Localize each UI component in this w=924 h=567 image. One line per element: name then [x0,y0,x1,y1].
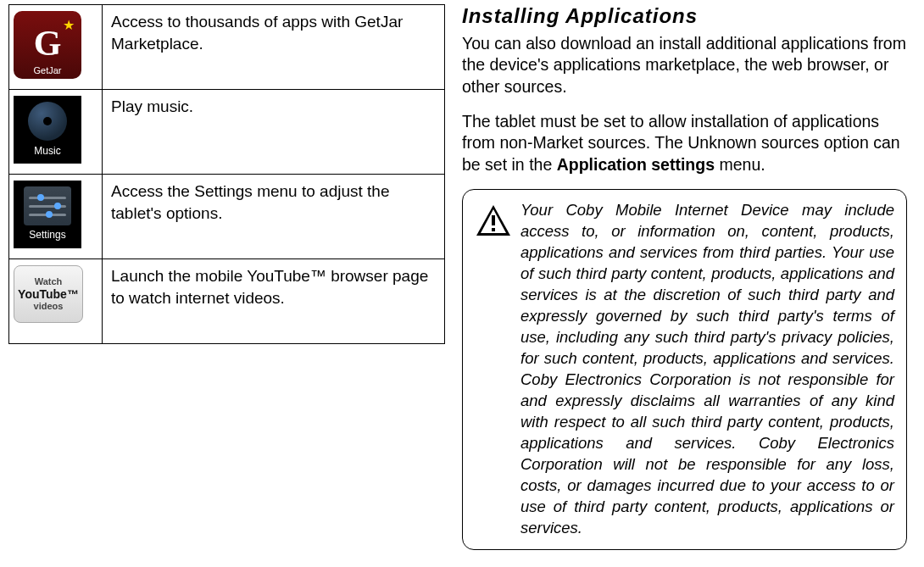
icon-label: Music [34,144,60,158]
warning-icon [475,203,512,237]
table-row: ★ G GetJar Access to thousands of apps w… [9,5,445,90]
icon-label: GetJar [14,64,81,77]
app-desc: Launch the mobile YouTube™ browser page … [103,259,445,344]
app-icon-cell: Watch YouTube™ videos [9,259,103,344]
music-icon: Music [14,96,81,164]
section-title: Installing Applications [462,4,907,28]
table-row: Watch YouTube™ videos Launch the mobile … [9,259,445,344]
table-row: Music Play music. [9,90,445,175]
app-desc: Play music. [103,90,445,175]
right-column: Installing Applications You can also dow… [462,4,916,563]
settings-icon: Settings [14,181,81,248]
paragraph: You can also download an install additio… [462,33,907,97]
callout-text: Your Coby Mobile Internet Device may inc… [520,200,894,539]
sliders-icon [24,186,71,225]
icon-label: Settings [29,228,65,242]
app-icon-cell: Music [9,90,103,175]
app-desc: Access the Settings menu to adjust the t… [103,175,445,259]
getjar-icon: ★ G GetJar [14,11,81,79]
star-icon: ★ [63,16,75,35]
paragraph: The tablet must be set to allow installa… [462,111,907,175]
warning-callout: Your Coby Mobile Internet Device may inc… [462,189,907,550]
disc-icon [28,102,67,141]
app-icon-cell: ★ G GetJar [9,5,103,90]
left-column: ★ G GetJar Access to thousands of apps w… [8,4,445,563]
svg-rect-2 [492,215,495,225]
app-desc: Access to thousands of apps with GetJar … [103,5,445,90]
app-table: ★ G GetJar Access to thousands of apps w… [8,4,445,344]
table-row: Settings Access the Settings menu to adj… [9,175,445,259]
youtube-icon: Watch YouTube™ videos [14,265,83,323]
app-icon-cell: Settings [9,175,103,259]
svg-rect-3 [492,228,495,231]
